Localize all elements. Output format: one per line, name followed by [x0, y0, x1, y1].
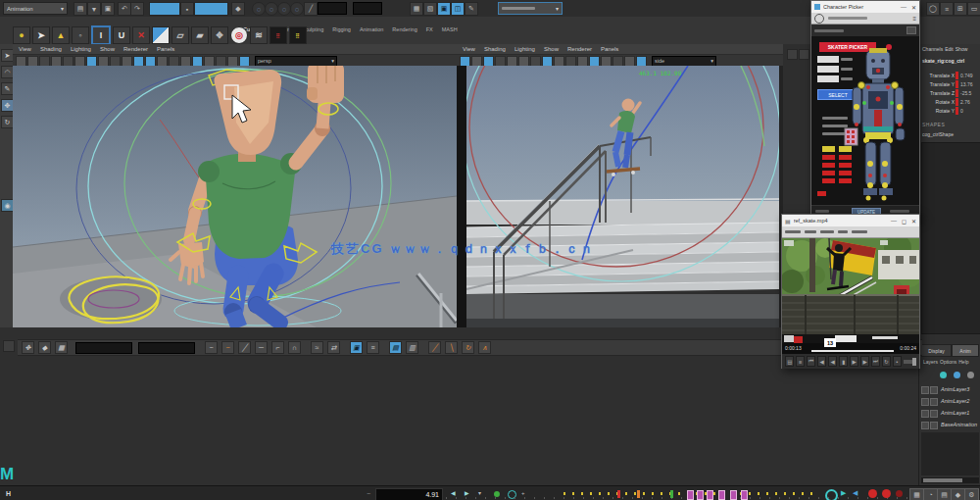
panel-menu-icon[interactable]	[3, 340, 15, 352]
post-infinity-icon[interactable]: ╲	[445, 341, 458, 354]
delete-x-icon[interactable]: ✕	[132, 26, 150, 44]
toolbar-icon[interactable]	[27, 56, 38, 67]
record-icon-2[interactable]	[882, 489, 891, 498]
hotkey-icon[interactable]: H	[6, 490, 11, 497]
channel-row[interactable]: Translate X0.749	[919, 72, 980, 80]
shelf-item-icon[interactable]: ◦	[72, 26, 89, 44]
buffer-curve-icon[interactable]: ≈	[311, 341, 323, 354]
toolbar-icon[interactable]	[601, 56, 612, 67]
solo-checkbox[interactable]	[930, 410, 938, 418]
menu-renderer[interactable]: Renderer	[123, 46, 148, 52]
stacked-view-icon[interactable]: ≡	[367, 341, 379, 354]
cursor-tool-icon[interactable]: ➤	[32, 26, 50, 44]
solo-checkbox[interactable]	[930, 386, 938, 394]
lattice-icon[interactable]: ▦	[55, 341, 68, 354]
denormalize-icon[interactable]: ▥	[406, 341, 418, 354]
prefs-button[interactable]: ⚙	[964, 488, 979, 500]
shelf-tab-rigging[interactable]: Rigging	[332, 26, 351, 32]
absolute-view-icon[interactable]: ▣	[350, 341, 363, 354]
key-tick-magenta[interactable]	[707, 490, 713, 500]
video-titlebar[interactable]: ▤ ref_skate.mp4 — ◻ ✕	[782, 215, 919, 226]
toolbar-icon[interactable]	[624, 56, 635, 67]
save-scene-icon[interactable]: ▣	[101, 2, 115, 16]
menu-show[interactable]: Show	[544, 46, 559, 52]
shelf-tab-fx[interactable]: FX	[426, 26, 433, 32]
menu-panels[interactable]: Panels	[601, 46, 618, 52]
numeric-input-field[interactable]	[353, 2, 382, 15]
next-key-icon[interactable]: ▶	[465, 490, 469, 496]
spline-tangent-icon[interactable]: ~	[205, 341, 218, 354]
select-mask-icon[interactable]: ▪	[180, 2, 194, 16]
camera-dropdown[interactable]: side▾	[652, 56, 716, 67]
toolbar-icon[interactable]	[227, 56, 238, 67]
toolbar-icon[interactable]	[63, 56, 74, 67]
channel-value[interactable]: 2.76	[960, 99, 970, 105]
key-tick-magenta[interactable]	[741, 490, 748, 500]
oscillate-icon[interactable]: ∧	[478, 341, 491, 354]
current-frame-field[interactable]: 4.91	[375, 488, 443, 500]
sidebar-tool-icon[interactable]: ≡	[940, 2, 954, 16]
toolbar-icon-active[interactable]	[589, 56, 600, 67]
toolbar-icon[interactable]	[110, 56, 121, 67]
shelf-tab-mash[interactable]: MASH	[442, 26, 458, 32]
step-forward-icon[interactable]: ▶	[860, 356, 869, 367]
split-view-icon[interactable]	[152, 26, 170, 44]
channel-value[interactable]: 13.76	[960, 81, 973, 87]
anim-layer-row[interactable]: AnimLayer2	[921, 396, 979, 407]
warning-triangle-icon[interactable]: ▲	[52, 26, 70, 44]
paint-effects-icon[interactable]: ✎	[465, 2, 478, 16]
menu-options[interactable]: Options	[940, 360, 956, 365]
workspace-dropdown[interactable]: ▾	[498, 2, 563, 15]
hand-picker-grid[interactable]	[845, 128, 858, 145]
step-back-icon[interactable]: ▾	[478, 490, 481, 496]
panel-icon[interactable]	[799, 49, 809, 60]
select-by-hierarchy-field[interactable]	[149, 2, 180, 16]
goto-end-icon[interactable]: ⏭	[871, 356, 880, 367]
snap-plane-icon[interactable]: ◌	[290, 2, 304, 16]
toolbar-icon[interactable]	[180, 56, 191, 67]
stat-field-time[interactable]	[75, 342, 132, 354]
menu-view[interactable]: View	[463, 46, 475, 52]
u-tool-icon[interactable]: U	[113, 26, 130, 44]
weight-dot-teal[interactable]	[940, 372, 947, 378]
insert-key-icon[interactable]: I	[91, 25, 111, 45]
sidebar-channel-icon[interactable]: ⊞	[954, 2, 967, 16]
toolbar-icon[interactable]	[565, 56, 576, 67]
toolbar-icon[interactable]	[554, 56, 564, 67]
toolbar-icon[interactable]	[507, 56, 517, 67]
channel-value[interactable]: 0.749	[960, 73, 973, 78]
prev-key-icon[interactable]: ◀	[451, 490, 456, 496]
anim-layer-row[interactable]: AnimLayer1	[921, 408, 979, 419]
toolbar-icon-active[interactable]	[86, 56, 97, 67]
goto-start-icon[interactable]: ⏮	[807, 356, 815, 367]
refresh-icon[interactable]	[814, 14, 824, 24]
menu-panels[interactable]: Panels	[157, 46, 174, 52]
toolbar-icon[interactable]	[518, 56, 529, 67]
object-name[interactable]: skate_rig:cog_ctrl	[922, 59, 978, 64]
play-forward-icon[interactable]: ▶	[841, 489, 846, 496]
tab-display[interactable]: Display	[921, 344, 952, 357]
menu-show[interactable]: Show	[100, 46, 115, 52]
record-icon[interactable]	[868, 489, 877, 498]
grid-view-icon[interactable]: ▤	[785, 356, 794, 367]
sidebar-attr-icon[interactable]: ◯	[926, 2, 940, 16]
render-icon[interactable]: ▦	[410, 2, 423, 16]
toolbar-icon-active[interactable]	[133, 56, 144, 67]
key-tick-orange[interactable]	[637, 490, 640, 498]
tab-anim[interactable]: Anim	[952, 344, 979, 357]
toolbar-icon[interactable]	[471, 56, 482, 67]
shelf-item-icon[interactable]: ▰	[191, 26, 209, 44]
weight-dot-blue[interactable]	[954, 372, 960, 378]
redo-icon[interactable]: ↷	[130, 2, 144, 16]
play-back-icon[interactable]: ◀	[853, 489, 858, 496]
render-settings-icon[interactable]: ▣	[437, 2, 451, 16]
playback-loop-icon[interactable]	[825, 489, 838, 500]
menu-channels[interactable]: Channels	[922, 47, 943, 52]
menu-lighting[interactable]: Lighting	[514, 46, 535, 52]
swap-buffer-icon[interactable]: ⇄	[327, 341, 340, 354]
selection-mask-field[interactable]	[194, 2, 228, 16]
toolbar-icon[interactable]	[612, 56, 623, 67]
stop-icon[interactable]	[896, 490, 903, 497]
channel-row[interactable]: Translate Z-25.5	[919, 89, 980, 98]
record-ring-icon[interactable]: ◎	[230, 26, 248, 44]
